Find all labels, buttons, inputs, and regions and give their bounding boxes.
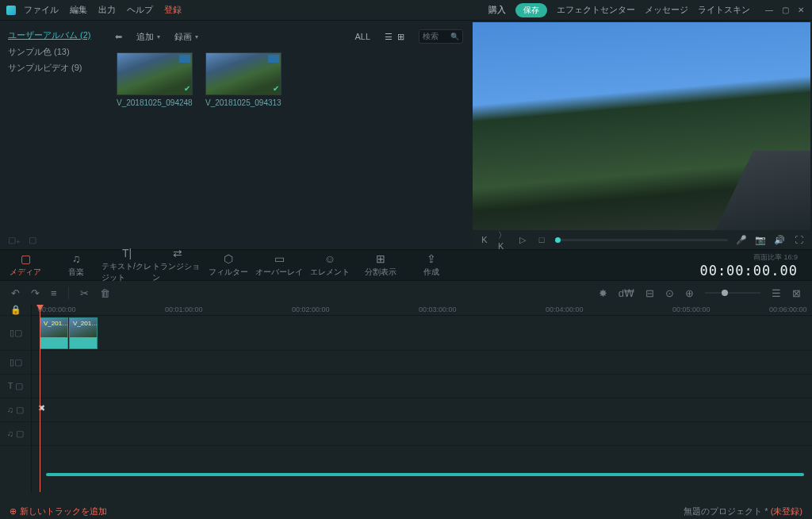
edit-icon[interactable]: ≡ [51, 287, 57, 299]
filter-icon: ⬡ [224, 252, 233, 265]
save-button[interactable]: 保存 [515, 3, 547, 17]
zoom-in-icon[interactable]: ⊕ [685, 287, 694, 299]
tab-element[interactable]: ☺エレメント [304, 252, 355, 278]
stop-icon[interactable]: □ [536, 235, 547, 244]
cut-icon[interactable]: ✂ [80, 287, 89, 299]
playhead[interactable] [40, 305, 40, 492]
lock-head-icon[interactable]: 🔒 [0, 305, 31, 316]
sample-color-item[interactable]: サンプル色 (13) [8, 44, 107, 59]
menu-output[interactable]: 出力 [98, 4, 116, 16]
titlebar: ファイル 編集 出力 ヘルプ 登録 購入 保存 エフェクトセンター メッセージ … [0, 0, 812, 21]
audio2-track[interactable] [32, 422, 812, 446]
tab-transition[interactable]: ⇄トランジション [152, 247, 203, 283]
search-input[interactable]: 検索 [419, 29, 463, 44]
filter-all[interactable]: ALL [354, 32, 370, 41]
audio-tool-icon[interactable]: d₩ [619, 287, 634, 299]
fullscreen-icon[interactable]: ⛶ [793, 235, 804, 244]
seek-bar[interactable] [555, 239, 728, 241]
project-title: 無題のプロジェクト * [684, 506, 768, 516]
grid-view-icon[interactable]: ⊞ [397, 32, 404, 42]
audio1-track-head[interactable]: ♫ ▢ [0, 398, 31, 422]
text-track[interactable] [32, 375, 812, 398]
maximize-icon[interactable]: ▢ [780, 6, 790, 15]
video2-track-head[interactable]: ▯▢ [0, 351, 31, 375]
zoom-slider[interactable] [705, 292, 760, 294]
main-menu: ファイル 編集 出力 ヘルプ 登録 [24, 4, 182, 16]
new-folder-icon[interactable]: ▢₊ [8, 235, 21, 245]
video2-track[interactable] [32, 351, 812, 375]
split-icon: ⊞ [376, 252, 385, 265]
menu-help[interactable]: ヘルプ [127, 4, 153, 16]
undo-icon[interactable]: ↶ [11, 287, 20, 299]
effect-center-link[interactable]: エフェクトセンター [557, 4, 635, 16]
record-dropdown[interactable]: 録画 [174, 31, 198, 43]
buy-button[interactable]: 購入 [488, 4, 506, 16]
delete-folder-icon[interactable]: ▢ [29, 235, 36, 245]
tab-filter[interactable]: ⬡フィルター [203, 252, 254, 278]
delete-icon[interactable]: 🗑 [100, 287, 110, 299]
prev-frame-icon[interactable]: K [479, 235, 490, 244]
preview-panel: K 〉K ▷ □ 🎤 📷 🔊 ⛶ [471, 21, 812, 249]
folder-icon: ▢ [21, 252, 31, 265]
track-heads: 🔒 ▯▢ ▯▢ T ▢ ♫ ▢ ♫ ▢ [0, 305, 32, 492]
tab-media[interactable]: ▢メディア [0, 252, 51, 278]
play-icon[interactable]: ▷ [517, 235, 528, 245]
zoom-out-icon[interactable]: ⊟ [645, 287, 654, 299]
light-skin-link[interactable]: ライトスキン [698, 4, 750, 16]
timeline-clip[interactable]: V_201… [40, 317, 68, 349]
redo-icon[interactable]: ↷ [31, 287, 40, 299]
audio2-track-head[interactable]: ♫ ▢ [0, 422, 31, 446]
zoom-reset-icon[interactable]: ⊙ [665, 287, 674, 299]
preview-controls: K 〉K ▷ □ 🎤 📷 🔊 ⛶ [471, 230, 812, 249]
sample-video-item[interactable]: サンプルビデオ (9) [8, 60, 107, 75]
add-dropdown[interactable]: 追加 [136, 31, 160, 43]
audio1-track[interactable]: ✖ [32, 398, 812, 422]
list-view-icon[interactable]: ☰ [385, 32, 393, 42]
tab-text[interactable]: T|テキスト/クレジット [102, 247, 152, 283]
media-clip[interactable]: ✔ V_20181025_094313 [205, 52, 282, 107]
text-track-head[interactable]: T ▢ [0, 375, 31, 398]
timeline-clip[interactable]: V_201… [69, 317, 98, 349]
import-icon[interactable]: ⬅ [115, 32, 122, 42]
media-browser: ⬅ 追加 録画 ALL ☰ ⊞ 検索 ✔ V_20181025_094248 ✔… [115, 21, 471, 249]
snapshot-icon[interactable]: 📷 [755, 235, 766, 245]
timeline-toolbar: ↶ ↷ ≡ ✂ 🗑 ✸ d₩ ⊟ ⊙ ⊕ ☰ ⊠ [0, 281, 812, 305]
video-track[interactable]: V_201… V_201… [32, 316, 812, 351]
menu-register[interactable]: 登録 [164, 4, 182, 16]
settings-tool-icon[interactable]: ⊠ [792, 287, 801, 299]
close-icon[interactable]: ✕ [796, 6, 806, 15]
menu-file[interactable]: ファイル [24, 4, 59, 16]
add-track-button[interactable]: ⊕新しいトラックを追加 [10, 506, 107, 517]
aspect-ratio-label: 画面比率 16:9 [699, 252, 798, 263]
user-album-link[interactable]: ユーザーアルバム (2) [8, 27, 107, 43]
tab-export[interactable]: ⇪作成 [406, 252, 457, 278]
clip-label: V_20181025_094248 [117, 98, 193, 107]
list-tool-icon[interactable]: ☰ [772, 287, 781, 299]
check-icon: ✔ [273, 84, 279, 93]
media-thumbs: ✔ V_20181025_094248 ✔ V_20181025_094313 [115, 48, 463, 112]
tab-overlay[interactable]: ▭オーバーレイ [254, 252, 304, 278]
message-link[interactable]: メッセージ [645, 4, 688, 16]
marker-icon[interactable]: ✸ [599, 287, 607, 299]
ruler[interactable]: 00:00:00:00 00:01:00:00 00:02:00:00 00:0… [32, 305, 812, 316]
plus-icon: ⊕ [10, 506, 17, 517]
mic-icon[interactable]: 🎤 [736, 235, 747, 245]
element-icon: ☺ [324, 252, 335, 265]
volume-icon[interactable]: 🔊 [774, 235, 785, 245]
minimize-icon[interactable]: — [764, 6, 774, 15]
tracks-area[interactable]: 00:00:00:00 00:01:00:00 00:02:00:00 00:0… [32, 305, 812, 492]
menu-edit[interactable]: 編集 [70, 4, 87, 16]
timeline: 🔒 ▯▢ ▯▢ T ▢ ♫ ▢ ♫ ▢ 00:00:00:00 00:01:00… [0, 305, 812, 492]
timecode-display: 00:00:00.00 [699, 263, 798, 279]
next-frame-icon[interactable]: 〉K [498, 229, 509, 251]
h-scrollbar[interactable] [46, 473, 804, 476]
video-track-head[interactable]: ▯▢ [0, 316, 31, 351]
preview-viewport[interactable] [473, 22, 810, 230]
tab-split[interactable]: ⊞分割表示 [355, 252, 406, 278]
tab-music[interactable]: ♫音楽 [51, 252, 102, 278]
music-icon: ♫ [72, 252, 81, 265]
upper-panel: ユーザーアルバム (2) サンプル色 (13) サンプルビデオ (9) ⬅ 追加… [0, 21, 812, 249]
camera-icon [179, 55, 190, 63]
overlay-icon: ▭ [274, 252, 285, 265]
media-clip[interactable]: ✔ V_20181025_094248 [117, 52, 193, 107]
